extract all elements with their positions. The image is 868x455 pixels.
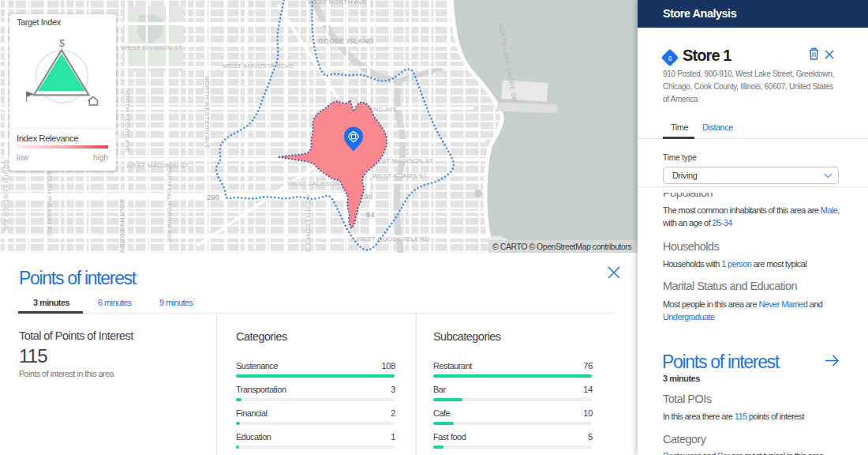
svg-text:SOUTH PULASKI RD: SOUTH PULASKI RD <box>46 171 53 236</box>
svg-text:SOUTH KOSTNER AVE: SOUTH KOSTNER AVE <box>2 160 9 231</box>
svg-text:WEST ROOSEVELT RD: WEST ROOSEVELT RD <box>357 235 429 243</box>
svg-text:WEST ADAMS ST: WEST ADAMS ST <box>372 172 428 179</box>
svg-text:WEST DIVISION ST.: WEST DIVISION ST. <box>122 44 184 51</box>
svg-text:SOUTH KEDZIE AVE: SOUTH KEDZIE AVE <box>118 199 125 253</box>
svg-text:$: $ <box>59 38 65 49</box>
svg-text:WEST AUGUSTA BLVD: WEST AUGUSTA BLVD <box>223 62 294 70</box>
svg-text:6: 6 <box>668 55 672 62</box>
svg-text:WEST MADISON ST.: WEST MADISON ST. <box>126 162 190 169</box>
svg-text:GOOSE ISLAND: GOOSE ISLAND <box>318 37 373 45</box>
svg-text:NORTH WESTERN AVE: NORTH WESTERN AVE <box>204 76 211 149</box>
svg-text:SOUTH LOOMIS ST: SOUTH LOOMIS ST <box>305 194 312 253</box>
svg-text:NORTH KEDZIE AVE: NORTH KEDZIE AVE <box>124 88 131 152</box>
svg-text:WEST NORTH AVE: WEST NORTH AVE <box>308 0 367 6</box>
svg-text:290: 290 <box>207 194 220 201</box>
svg-text:SOUTH CALIFORNIA AVE: SOUTH CALIFORNIA AVE <box>166 163 173 243</box>
svg-text:94: 94 <box>366 211 375 219</box>
